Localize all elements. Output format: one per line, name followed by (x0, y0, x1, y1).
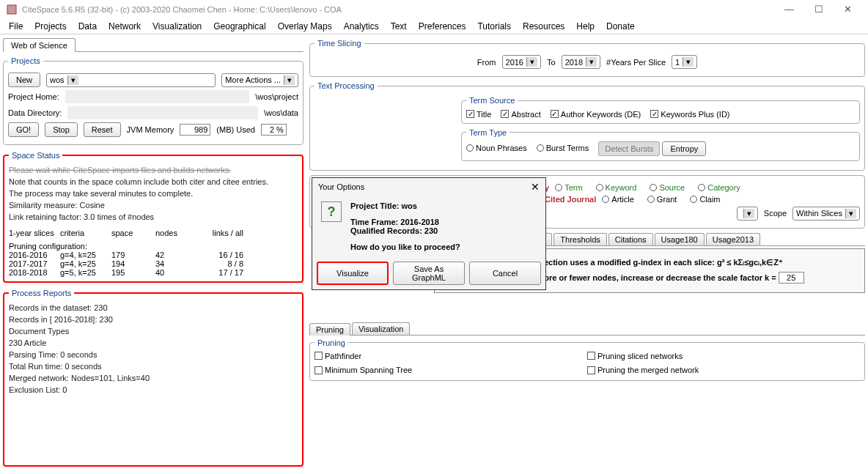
dialog-title: Your Options (318, 182, 364, 191)
radio-source[interactable]: Source (650, 183, 685, 192)
radio-category[interactable]: Category (698, 183, 740, 192)
status-line: The process may take several minutes to … (9, 188, 298, 199)
radio-article[interactable]: Article (602, 195, 634, 204)
menu-network[interactable]: Network (103, 21, 147, 32)
table-row: 2018-2018g=5, k=251954017 / 17 (9, 268, 298, 277)
project-home-field[interactable] (65, 90, 250, 103)
menu-visualization[interactable]: Visualization (147, 21, 207, 32)
tab-visualization[interactable]: Visualization (352, 322, 411, 335)
question-icon: ? (321, 201, 342, 222)
check-abstract[interactable]: ✓Abstract (501, 110, 540, 119)
dialog-prompt: How do you like to proceed? (350, 242, 460, 251)
project-select[interactable]: wos▾ (46, 73, 216, 87)
tab-web-of-science[interactable]: Web of Science (3, 38, 76, 52)
jvm-units: (MB) Used (216, 125, 255, 134)
check-keywords-plus[interactable]: ✓Keywords Plus (ID) (650, 110, 729, 119)
term-source-legend: Term Source (466, 96, 518, 105)
save-graphml-button[interactable]: Save As GraphML (393, 262, 465, 285)
projects-group: Projects New wos▾ More Actions ...▾ Proj… (3, 56, 304, 145)
stop-button[interactable]: Stop (45, 122, 78, 137)
jvm-label: JVM Memory (127, 125, 174, 134)
dialog-time-frame: Time Frame: 2016-2018 (350, 218, 460, 226)
status-line: Link retaining factor: 3.0 times of #nod… (9, 211, 298, 223)
process-reports-text: Records in the dataset: 230 Records in [… (9, 302, 298, 396)
term-type-legend: Term Type (466, 128, 510, 137)
more-actions-select[interactable]: More Actions ...▾ (221, 73, 298, 87)
minimize-button[interactable]: — (774, 2, 804, 16)
years-per-slice-label: #Years Per Slice (606, 58, 666, 67)
svg-rect-0 (7, 5, 16, 14)
tab-pruning[interactable]: Pruning (309, 323, 350, 336)
radio-grant[interactable]: Grant (647, 195, 677, 204)
pruning-config-label: Pruning configuration: (9, 242, 298, 251)
check-author-keywords[interactable]: ✓Author Keywords (DE) (551, 110, 641, 119)
menu-text[interactable]: Text (385, 21, 413, 32)
scope-label: Scope (764, 209, 787, 218)
col-slices: 1-year slices (9, 229, 60, 237)
to-select[interactable]: 2018▾ (562, 55, 600, 69)
term-type-group: Term Type Noun Phrases Burst Terms Detec… (461, 128, 860, 161)
menu-data[interactable]: Data (73, 21, 103, 32)
check-pruning-sliced[interactable]: Pruning sliced networks (587, 352, 683, 360)
project-home-label: Project Home: (8, 92, 59, 101)
dialog-qualified-records: Qualified Records: 230 (350, 226, 460, 235)
time-slicing-legend: Time Slicing (315, 39, 364, 48)
process-reports-legend: Process Reports (9, 289, 74, 297)
detect-bursts-button: Detect Bursts (598, 141, 660, 156)
menu-geographical[interactable]: Geographical (207, 21, 271, 32)
links-drop[interactable]: ▾ (737, 207, 758, 221)
col-links: links / all (199, 229, 243, 237)
menu-help[interactable]: Help (570, 21, 600, 32)
entropy-button[interactable]: Entropy (662, 141, 706, 156)
window-title: CiteSpace 5.6.R5 (32-bit) - (c) 2003-202… (22, 5, 342, 14)
data-dir-label: Data Directory: (8, 108, 62, 117)
scope-select[interactable]: Within Slices▾ (792, 207, 860, 221)
check-pathfinder[interactable]: Pathfinder (315, 352, 361, 360)
radio-burst-terms[interactable]: Burst Terms (537, 144, 589, 152)
node-cited-journal: Cited Journal (545, 195, 596, 204)
tab-usage180[interactable]: Usage180 (655, 233, 705, 245)
dialog-project-title: Project Title: wos (350, 201, 460, 210)
check-pruning-merged[interactable]: Pruning the merged network (587, 366, 699, 374)
menu-tutorials[interactable]: Tutorials (471, 21, 517, 32)
menu-projects[interactable]: Projects (29, 21, 72, 32)
jvm-value (180, 124, 210, 136)
menu-analytics[interactable]: Analytics (338, 21, 385, 32)
cancel-button[interactable]: Cancel (469, 262, 541, 285)
time-slicing-group: Time Slicing From 2016▾ To 2018▾ #Years … (309, 39, 865, 77)
term-source-group: Term Source ✓Title ✓Abstract ✓Author Key… (461, 96, 860, 124)
radio-term[interactable]: Term (555, 183, 582, 192)
dialog-close-icon[interactable]: ✕ (531, 181, 540, 193)
go-button[interactable]: GO! (8, 122, 39, 137)
col-space: space (111, 229, 155, 237)
close-button[interactable]: ✕ (834, 2, 862, 16)
table-row: 2017-2017g=4, k=25194348 / 8 (9, 259, 298, 268)
menu-file[interactable]: File (3, 21, 29, 32)
reset-button[interactable]: Reset (84, 122, 121, 137)
check-title[interactable]: ✓Title (466, 110, 491, 119)
menu-resources[interactable]: Resources (517, 21, 570, 32)
years-per-slice-select[interactable]: 1▾ (672, 55, 697, 69)
menu-overlay-maps[interactable]: Overlay Maps (272, 21, 338, 32)
app-icon (6, 4, 18, 15)
status-line: Please wait while CiteSpace imports file… (9, 164, 298, 176)
status-line: Note that counts in the space column inc… (9, 176, 298, 188)
col-nodes: nodes (155, 229, 199, 237)
menu-preferences[interactable]: Preferences (413, 21, 472, 32)
new-button[interactable]: New (8, 73, 40, 87)
data-dir-field[interactable] (67, 106, 258, 119)
tab-citations[interactable]: Citations (608, 233, 653, 245)
radio-keyword[interactable]: Keyword (596, 183, 637, 192)
data-dir-suffix: \wos\data (264, 108, 298, 117)
projects-legend: Projects (8, 56, 43, 65)
tab-thresholds[interactable]: Thresholds (553, 233, 606, 245)
scale-factor-input[interactable] (779, 272, 804, 284)
visualize-button[interactable]: Visualize (317, 262, 389, 285)
from-select[interactable]: 2016▾ (502, 55, 541, 69)
maximize-button[interactable]: ☐ (804, 2, 834, 16)
menu-donate[interactable]: Donate (600, 21, 641, 32)
check-mst[interactable]: Minimum Spanning Tree (315, 366, 412, 374)
tab-usage2013[interactable]: Usage2013 (706, 233, 760, 245)
radio-noun-phrases[interactable]: Noun Phrases (466, 144, 527, 152)
radio-claim[interactable]: Claim (690, 195, 720, 204)
